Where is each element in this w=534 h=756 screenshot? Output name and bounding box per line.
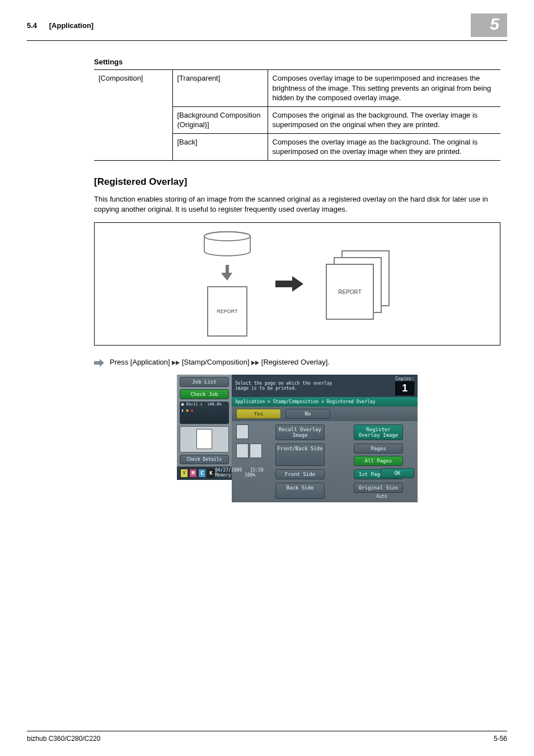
nav-seg3: [Registered Overlay].	[261, 358, 330, 366]
pages-button[interactable]: Pages	[354, 444, 403, 454]
original-size-label[interactable]: Original Size	[354, 483, 403, 493]
section-body: This function enables storing of an imag…	[94, 194, 500, 214]
back-option: [Back]	[172, 133, 268, 160]
check-job-button[interactable]: Check Job	[180, 389, 229, 399]
navigation-instruction: Press [Application] [Stamp/Composition] …	[94, 358, 500, 367]
composition-cell: [Composition]	[94, 70, 172, 161]
footer-model: bizhub C360/C280/C220	[27, 735, 100, 743]
background-comp-option: [Background Composition (Original)]	[172, 106, 268, 133]
ok-button[interactable]: OK	[381, 468, 414, 478]
front-back-button[interactable]: Front/Back Side	[275, 444, 325, 466]
disk-icon	[202, 231, 253, 259]
toner-c: C	[198, 469, 206, 478]
no-button[interactable]: No	[285, 409, 330, 419]
header-rule	[27, 40, 507, 41]
yes-button[interactable]: Yes	[236, 409, 281, 419]
nav-prefix: Press	[110, 358, 130, 366]
breadcrumb-arrow-icon	[172, 361, 180, 365]
copies-value: 1	[395, 381, 414, 395]
job-list-button[interactable]: Job List	[180, 377, 229, 387]
recall-overlay-button[interactable]: Recall Overlay Image	[275, 424, 325, 440]
report-label-2: REPORT	[338, 289, 362, 295]
nav-seg1: [Application]	[130, 358, 170, 366]
transparent-option: [Transparent]	[172, 70, 268, 107]
back-desc: Composes the overlay image as the backgr…	[268, 133, 500, 160]
report-doc: REPORT	[207, 286, 247, 337]
all-pages-button[interactable]: All Pages	[354, 456, 403, 466]
status-panel: ■ 8½×11 ▯ 100.0% ▮ ● ●	[180, 402, 229, 423]
toner-levels: Y M C K	[180, 469, 215, 478]
goto-arrow-icon	[94, 359, 104, 367]
breadcrumb-arrow-icon	[251, 361, 259, 365]
datetime-memory: 04/27/2009 15:58 Memory 100%	[215, 468, 264, 478]
device-screenshot: Job List Check Job ■ 8½×11 ▯ 100.0% ▮ ● …	[177, 375, 418, 480]
breadcrumb: Application > Stamp/Composition > Regist…	[232, 397, 418, 407]
preview-panel	[180, 426, 229, 453]
original-size-value: Auto	[354, 494, 410, 499]
nav-seg2: [Stamp/Composition]	[182, 358, 250, 366]
toner-y: Y	[180, 469, 188, 478]
thumb-1	[236, 424, 270, 440]
background-comp-desc: Composes the original as the background.…	[268, 106, 500, 133]
thumb-2	[236, 444, 270, 466]
toner-k: K	[207, 469, 215, 478]
settings-table: [Composition] [Transparent] Composes ove…	[94, 69, 500, 161]
running-header: 5.4 [Application]	[27, 21, 93, 30]
overlay-diagram: REPORT REPORT	[94, 222, 500, 346]
report-label: REPORT	[217, 309, 237, 314]
front-side-button[interactable]: Front Side	[275, 469, 325, 479]
prompt-text: Select the page on which the overlay ima…	[235, 381, 347, 391]
transparent-desc: Composes overlay image to be superimpose…	[268, 70, 500, 107]
result-docs: REPORT	[326, 250, 393, 318]
arrow-down-icon	[222, 265, 233, 281]
table-caption: Settings	[94, 58, 500, 66]
arrow-right-icon	[275, 276, 303, 292]
zoom-value: 100.0%	[207, 402, 221, 407]
back-side-button[interactable]: Back Side	[275, 483, 325, 499]
footer-page: 5-56	[494, 735, 507, 743]
chapter-number: 5	[471, 13, 507, 37]
register-overlay-button[interactable]: Register Overlay Image	[354, 424, 403, 440]
section-number: 5.4	[27, 21, 37, 30]
toner-m: M	[189, 469, 197, 478]
check-details-button[interactable]: Check Details	[180, 455, 229, 464]
section-heading: [Registered Overlay]	[94, 176, 500, 188]
section-title: [Application]	[49, 21, 93, 30]
copies-label: Copies:	[395, 376, 414, 381]
